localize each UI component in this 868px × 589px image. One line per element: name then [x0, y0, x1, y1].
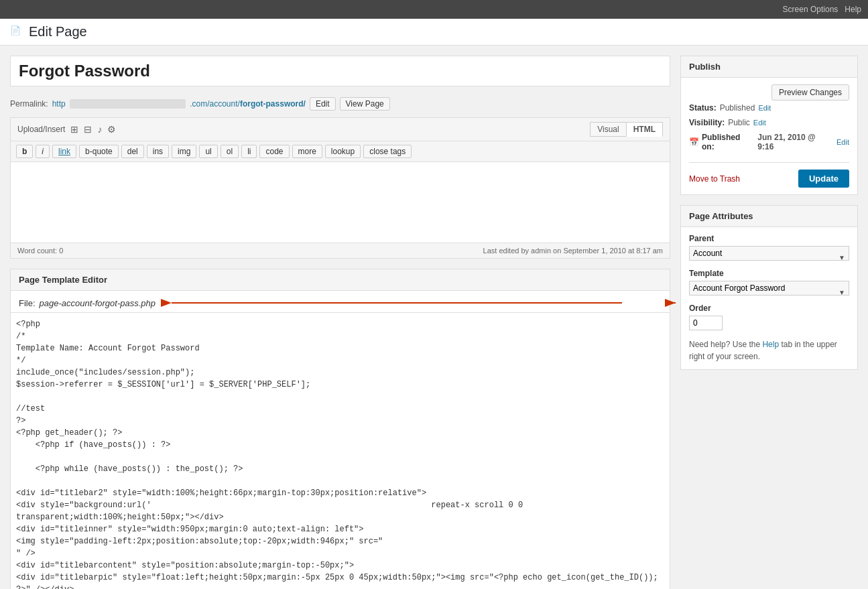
li-button[interactable]: li [241, 145, 257, 158]
main-layout: Permalink: http ____________________ .co… [0, 46, 868, 589]
preview-changes-button[interactable]: Preview Changes [771, 84, 849, 101]
parent-select[interactable]: Account (no parent) [689, 246, 849, 261]
audio-icon[interactable]: ♪ [97, 124, 102, 135]
visibility-label: Visibility: [689, 118, 725, 127]
del-button[interactable]: del [121, 145, 144, 158]
editor-wrap: Upload/Insert ⊞ ⊟ ♪ ⚙ Visual HTML b i li… [10, 117, 670, 259]
help-link[interactable]: Help [845, 5, 861, 14]
file-label: File: [19, 298, 36, 308]
html-mode-button[interactable]: HTML [626, 122, 663, 137]
template-label: Template [689, 269, 849, 278]
upload-insert-label: Upload/Insert [17, 125, 65, 134]
template-editor-section: Page Template Editor File: page-account-… [10, 269, 670, 589]
edit-permalink-button[interactable]: Edit [310, 97, 336, 111]
content-area: Permalink: http ____________________ .co… [10, 56, 670, 589]
order-input[interactable] [689, 316, 723, 330]
publish-meta: Status: Published Edit Visibility: Publi… [689, 101, 849, 154]
publish-box: Publish Preview Changes Status: Publishe… [680, 56, 858, 195]
editor-content[interactable] [11, 162, 670, 243]
code-editor-wrap: <?php /* Template Name: Account Forgot P… [11, 312, 670, 589]
published-edit-link[interactable]: Edit [836, 138, 849, 146]
publish-box-header: Publish [681, 56, 857, 78]
page-icon: 📄 [10, 25, 23, 39]
lookup-button[interactable]: lookup [325, 145, 361, 158]
editor-footer: Word count: 0 Last edited by admin on Se… [11, 243, 670, 258]
ol-button[interactable]: ol [221, 145, 239, 158]
post-title-wrap [10, 56, 670, 86]
top-bar: Screen Options Help [0, 0, 868, 19]
published-date: Jun 21, 2010 @ 9:16 [757, 133, 834, 151]
italic-button[interactable]: i [36, 145, 50, 158]
template-editor-header: Page Template Editor [11, 269, 670, 291]
status-row: Status: Published Edit [689, 101, 849, 115]
ins-button[interactable]: ins [147, 145, 169, 158]
bquote-button[interactable]: b-quote [79, 145, 119, 158]
last-edited: Last edited by admin on September 1, 201… [483, 247, 663, 255]
word-count-label: Word count: [17, 247, 57, 255]
permalink-row: Permalink: http ____________________ .co… [10, 93, 670, 117]
attributes-header: Page Attributes [681, 206, 857, 227]
status-label: Status: [689, 103, 717, 113]
gallery-icon[interactable]: ⊟ [84, 124, 92, 135]
update-button[interactable]: Update [798, 170, 849, 188]
published-label: Published on: [702, 133, 755, 151]
more-button[interactable]: more [292, 145, 322, 158]
editor-toolbar-top: Upload/Insert ⊞ ⊟ ♪ ⚙ Visual HTML [11, 118, 670, 141]
permalink-label: Permalink: [10, 99, 48, 109]
calendar-icon: 📅 [689, 137, 699, 147]
right-arrow-indicator [665, 296, 678, 310]
publish-actions: Move to Trash Update [689, 162, 849, 188]
format-buttons: b i link b-quote del ins img ul ol li co… [11, 141, 670, 162]
visibility-row: Visibility: Public Edit [689, 115, 849, 130]
link-button[interactable]: link [52, 145, 76, 158]
order-label: Order [689, 304, 849, 313]
word-count-area: Word count: 0 [17, 247, 63, 255]
page-attributes-box: Page Attributes Parent Account (no paren… [680, 205, 858, 370]
editor-mode-buttons: Visual HTML [590, 122, 663, 137]
code-editor[interactable]: <?php /* Template Name: Account Forgot P… [11, 312, 670, 589]
settings-icon[interactable]: ⚙ [107, 124, 116, 135]
sidebar: Publish Preview Changes Status: Publishe… [680, 56, 858, 589]
move-to-trash-link[interactable]: Move to Trash [689, 174, 740, 184]
image-upload-icon[interactable]: ⊞ [70, 124, 78, 135]
help-text: Need help? Use the Help tab in the upper… [689, 338, 849, 363]
post-title-input[interactable] [11, 56, 670, 86]
file-name-row: File: page-account-forgot-pass.php [11, 291, 670, 312]
status-edit-link[interactable]: Edit [758, 104, 771, 112]
img-button[interactable]: img [172, 145, 196, 158]
parent-label: Parent [689, 234, 849, 243]
help-tab-link[interactable]: Help [762, 340, 779, 349]
publish-box-body: Preview Changes Status: Published Edit V… [681, 78, 857, 194]
permalink-path: .com/account/forgot-password/ [190, 99, 306, 109]
template-select[interactable]: Account Forgot Password Default Template [689, 281, 849, 296]
published-date-row: 📅 Published on: Jun 21, 2010 @ 9:16 Edit [689, 130, 849, 154]
word-count-value: 0 [59, 247, 63, 255]
visibility-value: Public [728, 118, 750, 127]
attributes-body: Parent Account (no parent) ▼ Template Ac… [681, 227, 857, 369]
page-title: Edit Page [29, 24, 87, 40]
parent-select-wrapper: Account (no parent) ▼ [689, 246, 849, 269]
view-page-button[interactable]: View Page [340, 97, 390, 111]
file-name: page-account-forgot-pass.php [40, 298, 156, 308]
close-tags-button[interactable]: close tags [363, 145, 412, 158]
upload-insert: Upload/Insert ⊞ ⊟ ♪ ⚙ [17, 124, 116, 135]
visual-mode-button[interactable]: Visual [590, 122, 625, 137]
permalink-base: http [52, 99, 66, 109]
screen-options-link[interactable]: Screen Options [783, 5, 839, 14]
permalink-domain: ____________________ [70, 99, 186, 109]
left-arrow-annotation [166, 296, 635, 310]
code-button[interactable]: code [259, 145, 289, 158]
visibility-edit-link[interactable]: Edit [753, 119, 766, 127]
bold-button[interactable]: b [16, 145, 33, 158]
status-value: Published [720, 103, 755, 113]
page-header: 📄 Edit Page [0, 19, 868, 46]
template-select-wrapper: Account Forgot Password Default Template… [689, 281, 849, 304]
ul-button[interactable]: ul [199, 145, 217, 158]
